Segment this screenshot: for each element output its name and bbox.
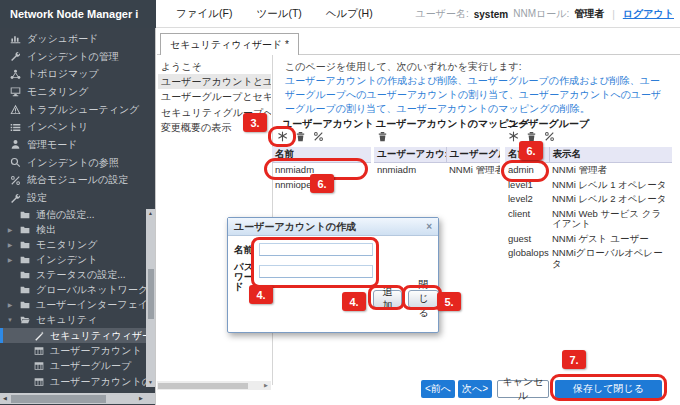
nnm-role-value: 管理者 [574, 7, 604, 21]
nnmi-application-window: ファイル(F) ツール(T) ヘルプ(H) ユーザー名: system NNMロ… [0, 0, 680, 405]
previous-button[interactable]: <前へ [421, 380, 455, 398]
sidebar-folder-communication[interactable]: 通信の設定... [0, 207, 156, 222]
sidebar-item-integration-module[interactable]: 統合モジュールの設定 [0, 172, 156, 190]
table-row[interactable]: clientNNMi Web サービス クライアント [505, 207, 672, 232]
sidebar-item-topology-map[interactable]: トポロジマップ [0, 65, 156, 83]
callout-ring-close-button [402, 285, 442, 310]
expand-arrow-icon[interactable]: ▶ [6, 241, 14, 248]
sidebar-horizontal-scrollbar[interactable]: ◀▶ [0, 393, 146, 404]
wizard-horizontal-scrollbar[interactable]: ▶ [157, 381, 271, 390]
table-row[interactable]: globalopsNNMiグローバルオペレータ [505, 246, 672, 271]
sidebar-item-incident-management[interactable]: インシデントの管理 [0, 48, 156, 66]
delete-account-icon[interactable] [295, 131, 306, 142]
callout-ring-admin-cell [501, 160, 549, 182]
sidebar-folder-status[interactable]: ステータスの設定... [0, 267, 156, 282]
folder-icon [20, 255, 30, 265]
callout-ring-add-button [368, 285, 405, 310]
expand-arrow-icon[interactable]: ▶ [6, 256, 14, 263]
menu-help[interactable]: ヘルプ(H) [326, 7, 373, 21]
sidebar-folder-user-interface[interactable]: ▶ユーザーインターフェイス [0, 297, 156, 312]
logout-link[interactable]: ログアウト [623, 7, 674, 21]
scroll-down-icon[interactable]: ▼ [146, 378, 155, 387]
sidebar-item-incident-browse[interactable]: インシデントの参照 [0, 154, 156, 172]
mappings-table: ユーザーアカウ: ユーザーグループ nnmiadm NNMi 管理者 [374, 147, 500, 178]
wizard-step-welcome[interactable]: ようこそ [158, 59, 271, 74]
sidebar-folder-incident[interactable]: ▶インシデント [0, 252, 156, 267]
sidebar-item-inventory[interactable]: インベントリ [0, 118, 156, 136]
expand-arrow-icon[interactable]: ▶ [6, 301, 14, 308]
menu-file[interactable]: ファイル(F) [176, 7, 232, 21]
sidebar-main-group: ダッシュボード インシデントの管理 トポロジマップ モニタリング トラブルシュー… [0, 30, 156, 207]
dashboard-icon [10, 33, 21, 44]
table-row[interactable]: guestNNMi ゲスト ユーザー [505, 232, 672, 247]
menu-tools[interactable]: ツール(T) [256, 7, 301, 21]
sidebar-item-user-groups[interactable]: ユーザーグループ [0, 359, 147, 374]
wrench-icon [10, 193, 21, 204]
folder-icon [20, 285, 30, 295]
folder-icon [20, 225, 30, 235]
sidebar-item-monitoring[interactable]: モニタリング [0, 83, 156, 101]
magnifier-icon [10, 157, 21, 168]
assign-link-icon[interactable] [313, 131, 324, 142]
sidebar-folder-discovery[interactable]: ▶検出 [0, 222, 156, 237]
wizard-step-accounts-groups[interactable]: ユーザーアカウントとユーザーグ [158, 74, 271, 89]
cancel-button[interactable]: キャンセル [497, 380, 549, 398]
callout-badge-7: 7. [562, 350, 586, 369]
callout-ring-dialog-inputs [251, 237, 379, 288]
expand-arrow-icon[interactable]: ▶ [6, 226, 14, 233]
callout-badge-6: 6. [519, 141, 543, 160]
dialog-title: ユーザーアカウントの作成 [234, 220, 356, 234]
sidebar-nav: ダッシュボード インシデントの管理 トポロジマップ モニタリング トラブルシュー… [0, 28, 156, 405]
column-header-group: ユーザーグループ [446, 147, 500, 163]
dialog-title-bar[interactable]: ユーザーアカウントの作成 × [228, 218, 438, 236]
delete-mapping-icon[interactable] [377, 131, 388, 142]
tab-security-wizard[interactable]: セキュリティウィザード * [160, 33, 299, 55]
scroll-right-icon[interactable]: ▶ [261, 381, 271, 390]
table-row[interactable]: level2NNMi レベル 2 オペレータ [505, 192, 672, 207]
scrollbar-corner [145, 393, 155, 404]
sidebar-folder-security[interactable]: ▼セキュリティ [0, 312, 156, 327]
sidebar-item-dashboard[interactable]: ダッシュボード [0, 30, 156, 48]
sidebar-item-troubleshooting[interactable]: トラブルシューティング [0, 101, 156, 119]
sidebar-folder-monitoring[interactable]: ▶モニタリング [0, 237, 156, 252]
scroll-left-icon[interactable]: ◀ [0, 393, 10, 404]
sidebar-folder-global-network[interactable]: グローバルネットワーク管理... [0, 282, 156, 297]
folder-icon [20, 300, 30, 310]
table-icon [34, 377, 44, 387]
sidebar-vertical-scrollbar[interactable]: ▲▼ [146, 209, 155, 387]
sidebar-item-configuration[interactable]: 設定 [0, 189, 156, 207]
sidebar-item-security-wizard[interactable]: セキュリティウィザード [0, 328, 147, 343]
column-header-display-name: 表示名 [549, 147, 672, 163]
link-icon [10, 175, 21, 186]
column-header-account: ユーザーアカウ: [374, 147, 446, 163]
folder-icon [20, 240, 30, 250]
sidebar-item-management-mode[interactable]: 管理モード [0, 136, 156, 154]
sidebar-item-user-account-mappings[interactable]: ユーザーアカウントのマッピ [0, 374, 147, 389]
list-icon [10, 122, 21, 133]
table-row[interactable]: nnmiadm NNMi 管理者 [374, 163, 500, 178]
monitor-icon [10, 86, 21, 97]
callout-badge-5: 5. [437, 292, 461, 311]
folder-icon [20, 270, 30, 280]
person-icon [10, 139, 21, 150]
assign-link-icon[interactable] [544, 131, 555, 142]
sidebar-item-user-accounts[interactable]: ユーザーアカウント [0, 343, 147, 358]
callout-badge-3: 3. [243, 113, 267, 132]
wizard-step-groups-security[interactable]: ユーザーグループとセキュリティグ [158, 89, 271, 104]
warning-icon [10, 104, 21, 115]
menu-bar: ファイル(F) ツール(T) ヘルプ(H) [176, 0, 373, 28]
intro-action-list: ユーザーアカウントの作成および削除、ユーザーグループの作成および削除、ユーザーグ… [285, 74, 669, 116]
close-icon[interactable]: × [426, 221, 432, 232]
next-button[interactable]: 次へ> [458, 380, 492, 398]
callout-badge-6: 6. [310, 174, 334, 193]
folder-icon [20, 210, 30, 220]
table-icon [34, 361, 44, 371]
new-group-icon[interactable] [508, 131, 519, 142]
app-title: Network Node Manager i [0, 0, 156, 28]
intro-line: このページを使用して、次のいずれかを実行します: [285, 60, 669, 74]
collapse-arrow-icon[interactable]: ▼ [6, 317, 14, 323]
wrench-icon [10, 51, 21, 62]
wizard-wand-icon [34, 331, 44, 341]
scroll-up-icon[interactable]: ▲ [146, 209, 155, 218]
nnm-role-label: NNMロール: [513, 7, 569, 21]
